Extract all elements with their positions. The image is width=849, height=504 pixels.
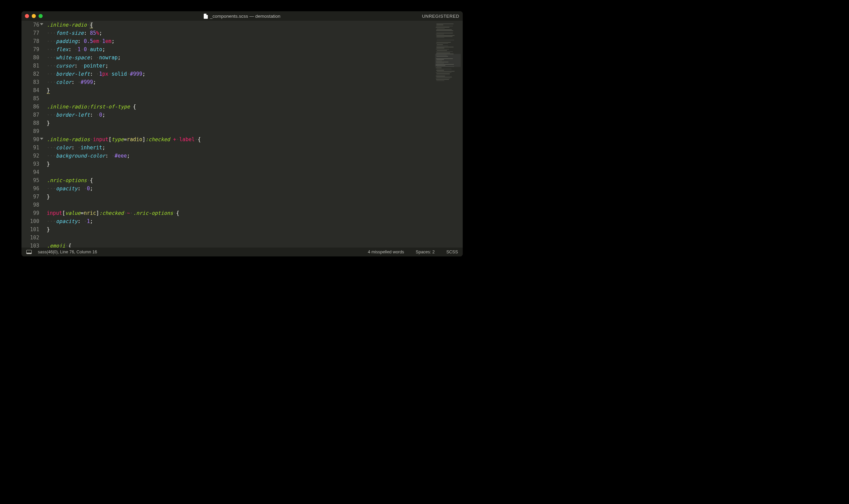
gutter-line[interactable]: 87 <box>21 111 39 119</box>
gutter-line[interactable]: 77 <box>21 29 39 37</box>
code-line[interactable]: } <box>47 119 463 127</box>
editor-window: _components.scss — demostation UNREGISTE… <box>21 11 463 256</box>
gutter-line[interactable]: 98 <box>21 201 39 209</box>
code-line[interactable]: .inline-radios·input[type=radio]:checked… <box>47 135 463 144</box>
panel-icon[interactable] <box>26 250 32 254</box>
status-position[interactable]: sass(46|0), Line 76, Column 16 <box>38 250 97 254</box>
code-line[interactable]: .emoji·{ <box>47 242 463 248</box>
gutter-line[interactable]: 94 <box>21 168 39 176</box>
gutter-line[interactable]: 96 <box>21 184 39 193</box>
code-line[interactable] <box>47 127 463 135</box>
code-line[interactable]: .inline-radio·{ <box>47 21 463 29</box>
code-line[interactable]: .nric-options·{ <box>47 176 463 184</box>
code-line[interactable]: ···color: ·#999; <box>47 78 463 86</box>
code-line[interactable] <box>47 168 463 176</box>
gutter-line[interactable]: 81 <box>21 62 39 70</box>
status-syntax[interactable]: SCSS <box>446 250 458 254</box>
gutter-line[interactable]: 102 <box>21 234 39 242</box>
gutter-line[interactable]: 86 <box>21 103 39 111</box>
gutter-line[interactable]: 101 <box>21 225 39 234</box>
gutter-line[interactable]: 79 <box>21 45 39 54</box>
gutter-line[interactable]: 92 <box>21 152 39 160</box>
status-spell[interactable]: 4 misspelled words <box>368 250 404 254</box>
file-icon <box>204 14 208 19</box>
gutter-line[interactable]: 100 <box>21 217 39 225</box>
gutter-line[interactable]: 80 <box>21 54 39 62</box>
code-line[interactable]: .inline-radio:first-of-type { <box>47 103 463 111</box>
gutter-line[interactable]: 90 <box>21 135 39 144</box>
gutter-line[interactable]: 93 <box>21 160 39 168</box>
titlebar[interactable]: _components.scss — demostation UNREGISTE… <box>21 11 463 21</box>
code-line[interactable]: ···opacity: ·0; <box>47 184 463 193</box>
code-line[interactable]: ···flex: ·1·0·auto; <box>47 45 463 54</box>
code-line[interactable]: ···padding: 0.5em·1em; <box>47 37 463 45</box>
minimap-viewport[interactable] <box>435 54 461 67</box>
gutter[interactable]: 7677787980818283848586878889909192939495… <box>21 21 42 248</box>
code-line[interactable]: ···border-left: ·1px·solid·#999; <box>47 70 463 78</box>
code-line[interactable]: } <box>47 225 463 234</box>
gutter-line[interactable]: 91 <box>21 144 39 152</box>
code-view[interactable]: .inline-radio·{···font-size: 85%;···padd… <box>42 21 463 248</box>
statusbar[interactable]: sass(46|0), Line 76, Column 16 4 misspel… <box>21 248 463 256</box>
close-icon[interactable] <box>25 14 29 18</box>
code-line[interactable]: input[value=nric]:checked·~·.nric-option… <box>47 209 463 217</box>
registration-label: UNREGISTERED <box>422 14 459 19</box>
gutter-line[interactable]: 82 <box>21 70 39 78</box>
fold-icon[interactable] <box>40 138 43 140</box>
maximize-icon[interactable] <box>39 14 43 18</box>
window-title: _components.scss — demostation <box>21 14 463 19</box>
title-text: _components.scss — demostation <box>210 14 280 19</box>
code-line[interactable]: ···background-color: ·#eee; <box>47 152 463 160</box>
code-line[interactable]: ···color: ·inherit; <box>47 144 463 152</box>
code-line[interactable]: } <box>47 193 463 201</box>
code-line[interactable] <box>47 94 463 103</box>
gutter-line[interactable]: 99 <box>21 209 39 217</box>
code-line[interactable]: ···cursor: ·pointer; <box>47 62 463 70</box>
code-line[interactable]: ···font-size: 85%; <box>47 29 463 37</box>
code-line[interactable]: ···opacity: ·1; <box>47 217 463 225</box>
gutter-line[interactable]: 88 <box>21 119 39 127</box>
code-line[interactable] <box>47 234 463 242</box>
code-line[interactable]: ···border-left: ·0; <box>47 111 463 119</box>
gutter-line[interactable]: 76 <box>21 21 39 29</box>
gutter-line[interactable]: 85 <box>21 94 39 103</box>
traffic-lights <box>25 14 43 18</box>
gutter-line[interactable]: 84 <box>21 86 39 94</box>
gutter-line[interactable]: 89 <box>21 127 39 135</box>
code-line[interactable] <box>47 201 463 209</box>
gutter-line[interactable]: 103 <box>21 242 39 248</box>
gutter-line[interactable]: 78 <box>21 37 39 45</box>
gutter-line[interactable]: 83 <box>21 78 39 86</box>
code-line[interactable]: } <box>47 86 463 94</box>
code-line[interactable]: ···white-space: ·nowrap; <box>47 54 463 62</box>
minimap[interactable] <box>435 23 461 246</box>
code-line[interactable]: } <box>47 160 463 168</box>
editor-area[interactable]: 7677787980818283848586878889909192939495… <box>21 21 463 248</box>
status-spaces[interactable]: Spaces: 2 <box>416 250 435 254</box>
fold-icon[interactable] <box>40 23 43 25</box>
minimize-icon[interactable] <box>32 14 36 18</box>
gutter-line[interactable]: 95 <box>21 176 39 184</box>
gutter-line[interactable]: 97 <box>21 193 39 201</box>
